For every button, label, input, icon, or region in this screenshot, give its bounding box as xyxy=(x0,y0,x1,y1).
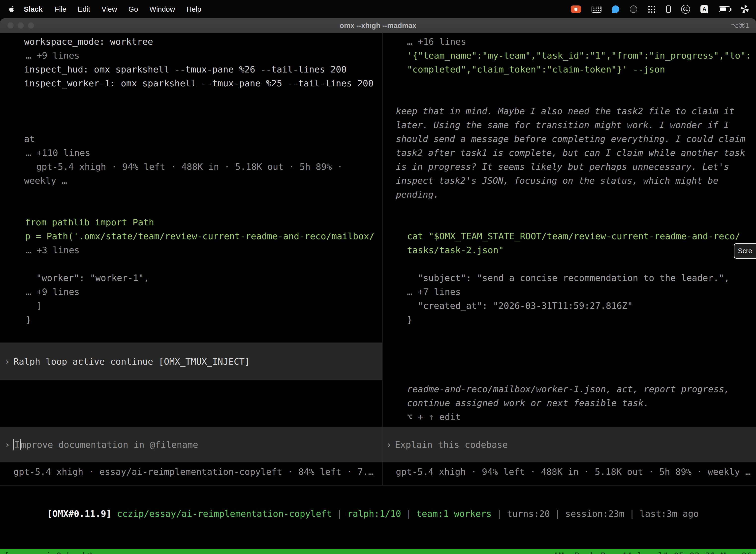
thinking-line: is in progress? It seems likely but perh… xyxy=(382,160,756,174)
thinking-line: task2 after task1 is complete, but can I… xyxy=(382,146,756,160)
omx-team-workers: team:1 workers xyxy=(417,509,492,519)
omx-last-activity: last:3m ago xyxy=(640,509,699,519)
terminal-line: … +9 lines xyxy=(0,49,382,63)
working-status-line: •Working(6m 38s • esc to interrupt) xyxy=(0,394,382,408)
prompt-input[interactable]: ›Improve documentation in @filename xyxy=(0,427,382,462)
thinking-line: should send a message before completing … xyxy=(382,132,756,146)
terminal-line: └{ xyxy=(0,257,382,271)
terminal-line: … +9 lines xyxy=(0,285,382,299)
input-source-icon[interactable]: A xyxy=(700,5,708,13)
pane-bottom-left: ›Improve documentation in @filename gpt-… xyxy=(0,427,382,485)
fan-icon[interactable] xyxy=(741,5,749,13)
text-cursor: I xyxy=(13,439,21,450)
prompt-placeholder: Explain this codebase xyxy=(395,440,508,450)
terminal-line: cat "$OMX_TEAM_STATE_ROOT/team/review-cu… xyxy=(382,229,756,243)
edit-hint-line: ⌥ + ↑ edit xyxy=(382,410,756,424)
mailbox-message-line: readme-and-reco/mailbox/worker-1.json, a… xyxy=(382,382,756,396)
menu-file[interactable]: File xyxy=(49,5,72,13)
active-app-name[interactable]: Slack xyxy=(17,5,49,13)
terminal-line: inspect_hud: omx sparkshell --tmux-pane … xyxy=(0,63,382,76)
window-titlebar[interactable]: omx --xhigh --madmax ⌥⌘1 xyxy=(0,18,756,33)
thinking-line: •I need to get the claim token from the … xyxy=(382,90,756,104)
desktop: Slack File Edit View Go Window Help 61 A xyxy=(0,0,756,554)
terminal-line: └be necessary for the end of the README.… xyxy=(0,118,382,132)
terminal-content: workspace_mode: worktree … +9 lines insp… xyxy=(0,33,756,535)
tmux-pane-right[interactable]: … +16 lines '{"team_name":"my-team","tas… xyxy=(382,33,756,485)
terminal-line: '{"team_name":"my-team","task_id":"1","f… xyxy=(382,49,756,63)
prompt-placeholder: mprove documentation in @filename xyxy=(21,440,198,450)
keyboard-icon[interactable] xyxy=(591,6,602,13)
terminal-line: … +16 lines xyxy=(382,35,756,49)
window-title: omx --xhigh --madmax xyxy=(0,18,756,33)
menu-window[interactable]: Window xyxy=(144,5,181,13)
terminal-line: … +110 lines xyxy=(0,146,382,160)
chevron-icon: › xyxy=(5,440,13,450)
model-status-line: gpt-5.4 xhigh · essay/ai-reimplementatio… xyxy=(0,465,382,479)
menu-help[interactable]: Help xyxy=(181,5,207,13)
menu-bar: Slack File Edit View Go Window Help 61 A xyxy=(0,0,756,18)
terminal-line: } xyxy=(0,313,382,327)
menubar-status-area: 61 A xyxy=(571,5,756,14)
terminal-line: "created_at": "2026-03-31T11:59:27.816Z" xyxy=(382,299,756,313)
screen-recording-indicator-icon[interactable] xyxy=(571,5,581,13)
terminal-line: weekly … xyxy=(0,174,382,188)
dots-grid-icon[interactable] xyxy=(648,5,656,13)
thinking-line: pending. xyxy=(382,188,756,202)
menu-view[interactable]: View xyxy=(96,5,123,13)
pane-bottom-border xyxy=(0,485,756,486)
mailbox-message-line: ↳1 new msg(s): read $OMX_TEAM_STATE_ROOT… xyxy=(382,368,756,382)
omx-session-time: session:23m xyxy=(565,509,624,519)
blue-app-icon[interactable] xyxy=(612,5,619,13)
omx-ralph-counter: ralph:1/10 xyxy=(347,509,401,519)
omx-version-label: [OMX#0.11.9] xyxy=(47,509,111,519)
thinking-line: keep that in mind. Maybe I also need the… xyxy=(382,104,756,118)
tmux-host-clock: "MacBook-Pro-44.local" 05:03 31-Mar-26 xyxy=(553,549,752,554)
menu-go[interactable]: Go xyxy=(123,5,144,13)
terminal-line: gpt-5.4 xhigh · 94% left · 488K in · 5.1… xyxy=(0,160,382,174)
terminal-line: "completed","claim_token":"claim-token"}… xyxy=(382,63,756,76)
badge-61-icon[interactable]: 61 xyxy=(681,5,690,14)
thinking-line: inspect task2's JSON, focusing on the st… xyxy=(382,174,756,188)
window-shortcut-hint: ⌥⌘1 xyxy=(731,18,749,33)
omx-turns: turns:20 xyxy=(507,509,550,519)
tmux-status-bar: [omx-cczip0:bash* "MacBook-Pro-44.local"… xyxy=(0,549,756,554)
terminal-line: p = Path('.omx/state/team/review-current… xyxy=(0,229,382,243)
terminal-line: tasks/task-2.json" xyxy=(382,243,756,257)
terminal-line: "subject": "send a concise recommendatio… xyxy=(382,271,756,285)
waiting-status-line: •Waiting for background terminal(3m 46s … xyxy=(382,340,756,354)
phone-icon[interactable] xyxy=(666,5,671,13)
menu-edit[interactable]: Edit xyxy=(72,5,96,13)
terminal-line: ] xyxy=(0,299,382,313)
apple-menu-icon[interactable] xyxy=(9,6,14,12)
terminal-line: … +3 lines xyxy=(0,243,382,257)
tmux-pane-left[interactable]: workspace_mode: worktree … +9 lines insp… xyxy=(0,33,382,485)
terminal-line: … +7 lines xyxy=(382,285,756,299)
ran-command-line: •Ranset -euo pipefail xyxy=(382,215,756,229)
pane-bottom-right: ›Explain this codebase gpt-5.4 xhigh · 9… xyxy=(382,427,756,485)
ralph-loop-text: Ralph loop active continue [OMX_TMUX_INJ… xyxy=(13,356,250,367)
terminal-window: omx --xhigh --madmax ⌥⌘1 workspace_mode:… xyxy=(0,18,756,554)
chevron-icon: › xyxy=(5,356,13,367)
model-status-line: gpt-5.4 xhigh · 94% left · 488K in · 5.1… xyxy=(382,465,756,479)
chevron-icon: › xyxy=(386,440,395,450)
screen-tooltip[interactable]: Scre xyxy=(734,243,756,259)
dark-app-icon[interactable] xyxy=(630,5,637,13)
prompt-input[interactable]: ›Explain this codebase xyxy=(382,427,756,462)
terminal-line: } xyxy=(382,313,756,327)
thinking-line: later. Using the same for transition mig… xyxy=(382,118,756,132)
ralph-loop-banner: ›Ralph loop active continue [OMX_TMUX_IN… xyxy=(0,342,382,380)
mailbox-message-line: continue assigned work or next feasible … xyxy=(382,396,756,410)
terminal-line: "worker": "worker-1", xyxy=(0,271,382,285)
omx-status-line: [OMX#0.11.9]cczip/essay/ai-reimplementat… xyxy=(4,493,699,507)
terminal-line: └{ xyxy=(382,257,756,271)
terminal-line: at xyxy=(0,132,382,146)
terminal-line: workspace_mode: worktree xyxy=(0,35,382,49)
terminal-line: from pathlib import Path xyxy=(0,215,382,229)
battery-icon[interactable] xyxy=(719,6,730,12)
tmux-session-name: [omx-cczip0:bash* xyxy=(4,549,93,554)
omx-session-path: cczip/essay/ai-reimplementation-copyleft xyxy=(117,509,332,519)
ran-command-line: •Ranpython3 - <<'PY' xyxy=(0,202,382,215)
ran-command-line: •Rantmux capture-pane -t %25 -p -S -80 xyxy=(0,104,382,118)
terminal-line: inspect_worker-1: omx sparkshell --tmux-… xyxy=(0,76,382,90)
